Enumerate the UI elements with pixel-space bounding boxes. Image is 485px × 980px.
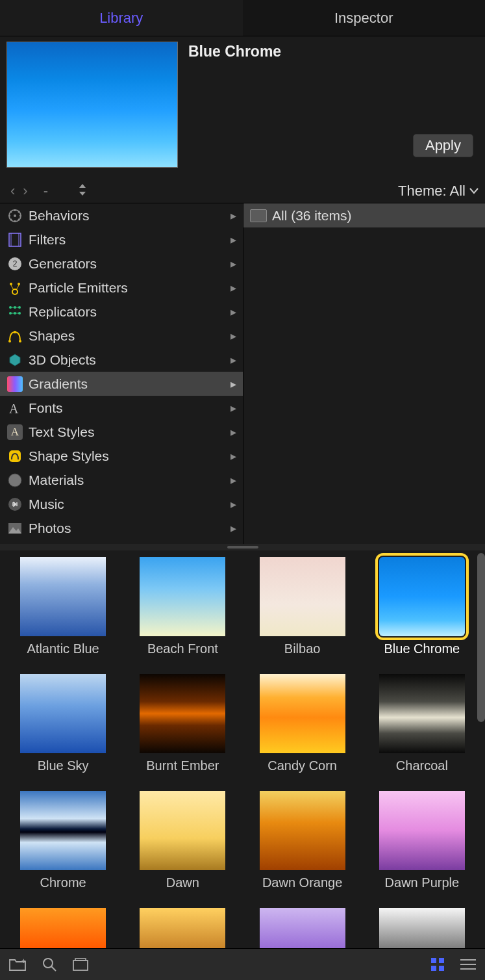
tab-library[interactable]: Library xyxy=(0,0,243,36)
svg-text:2: 2 xyxy=(13,259,18,268)
category-list[interactable]: Behaviors▸Filters▸2Generators▸Particle E… xyxy=(0,203,243,544)
svg-point-8 xyxy=(10,283,12,285)
gradient-item[interactable]: Atlantic Blue xyxy=(4,557,122,671)
sidebar-item-fonts[interactable]: AFonts▸ xyxy=(0,396,243,420)
category-label: Materials xyxy=(29,472,84,488)
category-label: Filters xyxy=(29,232,66,248)
preview-title: Blue Chrome xyxy=(188,43,281,177)
gradient-item[interactable]: Dawn xyxy=(123,791,242,905)
apply-button[interactable]: Apply xyxy=(413,134,473,157)
gradient-item[interactable]: Chrome xyxy=(4,791,122,905)
svg-line-11 xyxy=(16,285,19,290)
gradient-thumbnail xyxy=(20,674,106,753)
gradient-label: Dawn Purple xyxy=(385,875,460,890)
svg-line-10 xyxy=(11,285,14,290)
sidebar-item-3d-objects[interactable]: 3D Objects▸ xyxy=(0,348,243,372)
pane-resize-handle[interactable] xyxy=(0,544,485,550)
gradient-thumbnail xyxy=(260,791,345,870)
new-folder-icon[interactable]: + xyxy=(9,958,26,971)
category-icon xyxy=(6,231,23,248)
sidebar-item-text-styles[interactable]: AText Styles▸ xyxy=(0,420,243,444)
category-label: Particle Emitters xyxy=(29,280,128,296)
gradient-label: Dawn xyxy=(166,875,199,890)
category-icon: A xyxy=(6,424,23,441)
chevron-right-icon: ▸ xyxy=(230,233,236,247)
category-label: Fonts xyxy=(29,400,63,416)
tab-bar: Library Inspector xyxy=(0,0,485,36)
gradient-item[interactable] xyxy=(123,908,242,948)
nav-back-icon[interactable]: ‹ xyxy=(6,183,19,200)
svg-point-7 xyxy=(12,289,18,294)
grid-view-icon[interactable] xyxy=(430,957,445,972)
gradient-thumbnail xyxy=(379,908,465,948)
subcategory-list[interactable]: All (36 items) xyxy=(243,203,485,544)
gradient-thumbnail xyxy=(260,674,345,753)
svg-rect-37 xyxy=(431,966,436,971)
svg-text:A: A xyxy=(9,402,19,416)
tab-inspector[interactable]: Inspector xyxy=(243,0,486,36)
category-label: Replicators xyxy=(29,304,97,320)
sidebar-item-gradients[interactable]: Gradients▸ xyxy=(0,372,243,396)
nav-forward-icon[interactable]: › xyxy=(19,183,31,200)
gradient-item[interactable] xyxy=(363,908,481,948)
sidebar-item-photos[interactable]: Photos▸ xyxy=(0,516,243,540)
svg-rect-35 xyxy=(431,958,436,963)
sidebar-item-music[interactable]: Music▸ xyxy=(0,492,243,516)
gradient-thumbnail xyxy=(379,791,465,870)
category-icon: A xyxy=(6,400,23,417)
gradient-thumbnail xyxy=(20,557,106,636)
svg-rect-34 xyxy=(75,959,86,961)
category-icon xyxy=(6,328,23,344)
gradient-grid[interactable]: Atlantic BlueBeach FrontBilbaoBlue Chrom… xyxy=(0,550,485,948)
scrollbar[interactable] xyxy=(477,553,485,722)
svg-point-25 xyxy=(8,474,21,487)
category-icon xyxy=(6,448,23,465)
category-icon xyxy=(6,207,23,224)
gradient-item[interactable]: Blue Sky xyxy=(4,674,122,788)
sidebar-item-behaviors[interactable]: Behaviors▸ xyxy=(0,203,243,227)
chevron-right-icon: ▸ xyxy=(230,209,236,223)
gradient-item[interactable]: Dawn Orange xyxy=(243,791,362,905)
stack-icon[interactable] xyxy=(73,958,88,971)
search-icon[interactable] xyxy=(42,957,57,972)
gradient-thumbnail xyxy=(260,908,345,948)
gradient-item[interactable]: Beach Front xyxy=(123,557,242,671)
svg-point-9 xyxy=(18,283,20,285)
list-view-icon[interactable] xyxy=(460,959,476,970)
gradient-item[interactable]: Charcoal xyxy=(363,674,481,788)
path-placeholder: - xyxy=(44,183,48,200)
gradient-item[interactable] xyxy=(243,908,362,948)
gradient-item[interactable]: Dawn Purple xyxy=(363,791,481,905)
gradient-item[interactable]: Bilbao xyxy=(243,557,362,671)
category-icon xyxy=(6,352,23,368)
gradient-item[interactable]: Burnt Ember xyxy=(123,674,242,788)
sidebar-item-replicators[interactable]: Replicators▸ xyxy=(0,300,243,324)
sidebar-item-shapes[interactable]: Shapes▸ xyxy=(0,324,243,348)
chevron-right-icon: ▸ xyxy=(230,401,236,415)
gradient-thumbnail xyxy=(20,791,106,870)
sidebar-item-generators[interactable]: 2Generators▸ xyxy=(0,251,243,276)
gradient-label: Bilbao xyxy=(284,641,321,656)
subcategory-all[interactable]: All (36 items) xyxy=(243,203,485,227)
gradient-item[interactable] xyxy=(4,908,122,948)
sidebar-item-materials[interactable]: Materials▸ xyxy=(0,468,243,492)
chevron-right-icon: ▸ xyxy=(230,497,236,511)
subcategory-label: All (36 items) xyxy=(272,208,352,224)
category-label: Generators xyxy=(29,256,97,272)
theme-label: Theme: All xyxy=(398,183,466,200)
gradient-thumbnail xyxy=(140,674,225,753)
preview-area: Blue Chrome Apply xyxy=(0,36,485,179)
sidebar-item-particle-emitters[interactable]: Particle Emitters▸ xyxy=(0,276,243,300)
theme-dropdown[interactable]: Theme: All xyxy=(398,183,479,200)
sidebar-item-filters[interactable]: Filters▸ xyxy=(0,227,243,251)
gradient-item[interactable]: Blue Chrome xyxy=(363,557,481,671)
gradient-thumbnail xyxy=(379,674,465,753)
gradient-item[interactable]: Candy Corn xyxy=(243,674,362,788)
sidebar-item-shape-styles[interactable]: Shape Styles▸ xyxy=(0,444,243,468)
sort-toggle-icon[interactable] xyxy=(78,183,87,200)
gradient-label: Dawn Orange xyxy=(262,875,342,890)
svg-point-27 xyxy=(14,503,16,506)
category-label: Music xyxy=(29,496,64,512)
category-icon xyxy=(6,279,23,296)
browser-panes: Behaviors▸Filters▸2Generators▸Particle E… xyxy=(0,203,485,544)
